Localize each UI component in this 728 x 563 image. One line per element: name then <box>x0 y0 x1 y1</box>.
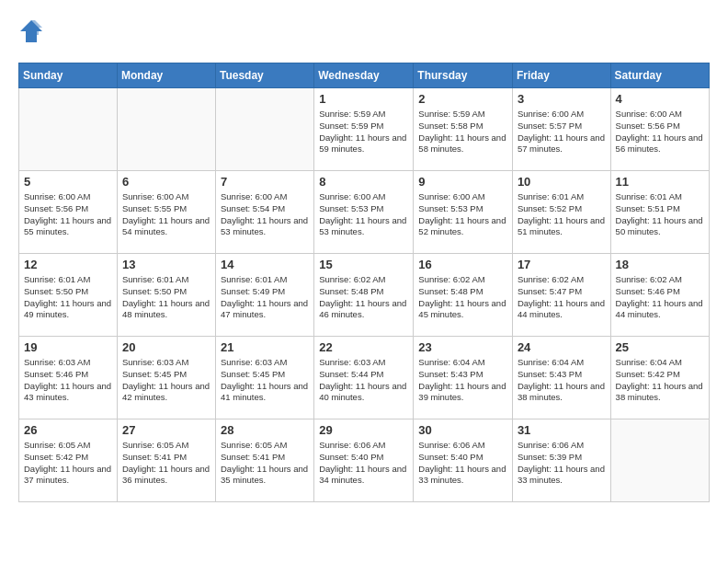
calendar-cell: 10Sunrise: 6:01 AM Sunset: 5:52 PM Dayli… <box>512 171 610 254</box>
calendar-cell: 3Sunrise: 6:00 AM Sunset: 5:57 PM Daylig… <box>512 88 610 171</box>
cell-daylight-info: Sunrise: 6:05 AM Sunset: 5:41 PM Dayligh… <box>221 440 309 487</box>
cell-daylight-info: Sunrise: 6:06 AM Sunset: 5:39 PM Dayligh… <box>518 440 606 487</box>
day-number: 30 <box>418 423 507 437</box>
weekday-header-thursday: Thursday <box>414 63 513 88</box>
weekday-header-saturday: Saturday <box>610 63 709 88</box>
calendar-cell: 28Sunrise: 6:05 AM Sunset: 5:41 PM Dayli… <box>216 419 314 502</box>
cell-daylight-info: Sunrise: 6:06 AM Sunset: 5:40 PM Dayligh… <box>319 440 408 487</box>
cell-daylight-info: Sunrise: 6:04 AM Sunset: 5:43 PM Dayligh… <box>518 357 606 404</box>
calendar-cell: 24Sunrise: 6:04 AM Sunset: 5:43 PM Dayli… <box>512 337 610 419</box>
calendar-cell: 19Sunrise: 6:03 AM Sunset: 5:46 PM Dayli… <box>19 337 118 419</box>
calendar-cell: 14Sunrise: 6:01 AM Sunset: 5:49 PM Dayli… <box>216 254 314 337</box>
day-number: 9 <box>418 175 507 189</box>
day-number: 10 <box>518 175 606 189</box>
day-number: 16 <box>418 258 507 271</box>
day-number: 12 <box>24 258 112 271</box>
cell-daylight-info: Sunrise: 6:00 AM Sunset: 5:54 PM Dayligh… <box>221 191 309 238</box>
cell-daylight-info: Sunrise: 6:02 AM Sunset: 5:46 PM Dayligh… <box>616 274 704 321</box>
cell-daylight-info: Sunrise: 6:02 AM Sunset: 5:47 PM Dayligh… <box>518 274 606 321</box>
calendar-cell <box>216 88 314 171</box>
cell-daylight-info: Sunrise: 6:04 AM Sunset: 5:43 PM Dayligh… <box>418 357 507 404</box>
calendar-cell: 30Sunrise: 6:06 AM Sunset: 5:40 PM Dayli… <box>414 419 513 502</box>
calendar-table: SundayMondayTuesdayWednesdayThursdayFrid… <box>18 63 710 502</box>
cell-daylight-info: Sunrise: 6:01 AM Sunset: 5:51 PM Dayligh… <box>616 191 704 238</box>
cell-daylight-info: Sunrise: 6:00 AM Sunset: 5:53 PM Dayligh… <box>418 191 507 238</box>
day-number: 19 <box>24 340 112 354</box>
day-number: 31 <box>518 423 606 437</box>
cell-daylight-info: Sunrise: 6:00 AM Sunset: 5:56 PM Dayligh… <box>616 109 704 155</box>
day-number: 26 <box>24 423 112 437</box>
day-number: 6 <box>122 175 210 189</box>
calendar-cell: 12Sunrise: 6:01 AM Sunset: 5:50 PM Dayli… <box>19 254 118 337</box>
cell-daylight-info: Sunrise: 6:01 AM Sunset: 5:50 PM Dayligh… <box>122 274 210 321</box>
calendar-cell: 20Sunrise: 6:03 AM Sunset: 5:45 PM Dayli… <box>117 337 215 419</box>
cell-daylight-info: Sunrise: 6:02 AM Sunset: 5:48 PM Dayligh… <box>319 274 408 321</box>
cell-daylight-info: Sunrise: 6:00 AM Sunset: 5:53 PM Dayligh… <box>319 191 408 238</box>
calendar-cell: 4Sunrise: 6:00 AM Sunset: 5:56 PM Daylig… <box>610 88 709 171</box>
day-number: 14 <box>221 258 309 271</box>
day-number: 21 <box>221 340 309 354</box>
calendar-cell: 23Sunrise: 6:04 AM Sunset: 5:43 PM Dayli… <box>414 337 513 419</box>
day-number: 8 <box>319 175 408 189</box>
cell-daylight-info: Sunrise: 5:59 AM Sunset: 5:59 PM Dayligh… <box>319 109 408 155</box>
calendar-cell: 17Sunrise: 6:02 AM Sunset: 5:47 PM Dayli… <box>512 254 610 337</box>
calendar-cell: 29Sunrise: 6:06 AM Sunset: 5:40 PM Dayli… <box>314 419 414 502</box>
day-number: 28 <box>221 423 309 437</box>
day-number: 22 <box>319 340 408 354</box>
calendar-cell: 11Sunrise: 6:01 AM Sunset: 5:51 PM Dayli… <box>610 171 709 254</box>
day-number: 15 <box>319 258 408 271</box>
day-number: 4 <box>616 92 704 106</box>
logo <box>18 18 48 48</box>
day-number: 13 <box>122 258 210 271</box>
weekday-header-wednesday: Wednesday <box>314 63 414 88</box>
day-number: 5 <box>24 175 112 189</box>
calendar-week-3: 12Sunrise: 6:01 AM Sunset: 5:50 PM Dayli… <box>19 254 710 337</box>
calendar-cell: 27Sunrise: 6:05 AM Sunset: 5:41 PM Dayli… <box>117 419 215 502</box>
day-number: 2 <box>418 92 507 106</box>
calendar-cell: 21Sunrise: 6:03 AM Sunset: 5:45 PM Dayli… <box>216 337 314 419</box>
day-number: 27 <box>122 423 210 437</box>
day-number: 7 <box>221 175 309 189</box>
day-number: 18 <box>616 258 704 271</box>
cell-daylight-info: Sunrise: 5:59 AM Sunset: 5:58 PM Dayligh… <box>418 109 507 155</box>
calendar-cell: 6Sunrise: 6:00 AM Sunset: 5:55 PM Daylig… <box>117 171 215 254</box>
calendar-cell: 16Sunrise: 6:02 AM Sunset: 5:48 PM Dayli… <box>414 254 513 337</box>
calendar-cell: 8Sunrise: 6:00 AM Sunset: 5:53 PM Daylig… <box>314 171 414 254</box>
page-header <box>18 18 710 48</box>
calendar-cell: 1Sunrise: 5:59 AM Sunset: 5:59 PM Daylig… <box>314 88 414 171</box>
cell-daylight-info: Sunrise: 6:01 AM Sunset: 5:52 PM Dayligh… <box>518 191 606 238</box>
weekday-header-sunday: Sunday <box>19 63 118 88</box>
calendar-cell: 5Sunrise: 6:00 AM Sunset: 5:56 PM Daylig… <box>19 171 118 254</box>
calendar-cell: 26Sunrise: 6:05 AM Sunset: 5:42 PM Dayli… <box>19 419 118 502</box>
calendar-cell: 9Sunrise: 6:00 AM Sunset: 5:53 PM Daylig… <box>414 171 513 254</box>
day-number: 3 <box>518 92 606 106</box>
cell-daylight-info: Sunrise: 6:00 AM Sunset: 5:57 PM Dayligh… <box>518 109 606 155</box>
calendar-week-2: 5Sunrise: 6:00 AM Sunset: 5:56 PM Daylig… <box>19 171 710 254</box>
cell-daylight-info: Sunrise: 6:02 AM Sunset: 5:48 PM Dayligh… <box>418 274 507 321</box>
calendar-cell <box>19 88 118 171</box>
calendar-cell: 2Sunrise: 5:59 AM Sunset: 5:58 PM Daylig… <box>414 88 513 171</box>
cell-daylight-info: Sunrise: 6:04 AM Sunset: 5:42 PM Dayligh… <box>616 357 704 404</box>
day-number: 17 <box>518 258 606 271</box>
day-number: 1 <box>319 92 408 106</box>
cell-daylight-info: Sunrise: 6:03 AM Sunset: 5:44 PM Dayligh… <box>319 357 408 404</box>
calendar-cell: 13Sunrise: 6:01 AM Sunset: 5:50 PM Dayli… <box>117 254 215 337</box>
cell-daylight-info: Sunrise: 6:00 AM Sunset: 5:56 PM Dayligh… <box>24 191 112 238</box>
weekday-header-tuesday: Tuesday <box>216 63 314 88</box>
calendar-cell: 22Sunrise: 6:03 AM Sunset: 5:44 PM Dayli… <box>314 337 414 419</box>
cell-daylight-info: Sunrise: 6:03 AM Sunset: 5:45 PM Dayligh… <box>221 357 309 404</box>
calendar-cell: 25Sunrise: 6:04 AM Sunset: 5:42 PM Dayli… <box>610 337 709 419</box>
calendar-cell: 18Sunrise: 6:02 AM Sunset: 5:46 PM Dayli… <box>610 254 709 337</box>
calendar-cell <box>117 88 215 171</box>
cell-daylight-info: Sunrise: 6:03 AM Sunset: 5:46 PM Dayligh… <box>24 357 112 404</box>
calendar-week-1: 1Sunrise: 5:59 AM Sunset: 5:59 PM Daylig… <box>19 88 710 171</box>
calendar-week-4: 19Sunrise: 6:03 AM Sunset: 5:46 PM Dayli… <box>19 337 710 419</box>
calendar-cell: 15Sunrise: 6:02 AM Sunset: 5:48 PM Dayli… <box>314 254 414 337</box>
day-number: 29 <box>319 423 408 437</box>
day-number: 24 <box>518 340 606 354</box>
day-number: 25 <box>616 340 704 354</box>
calendar-week-5: 26Sunrise: 6:05 AM Sunset: 5:42 PM Dayli… <box>19 419 710 502</box>
day-number: 11 <box>616 175 704 189</box>
cell-daylight-info: Sunrise: 6:05 AM Sunset: 5:41 PM Dayligh… <box>122 440 210 487</box>
calendar-cell: 7Sunrise: 6:00 AM Sunset: 5:54 PM Daylig… <box>216 171 314 254</box>
